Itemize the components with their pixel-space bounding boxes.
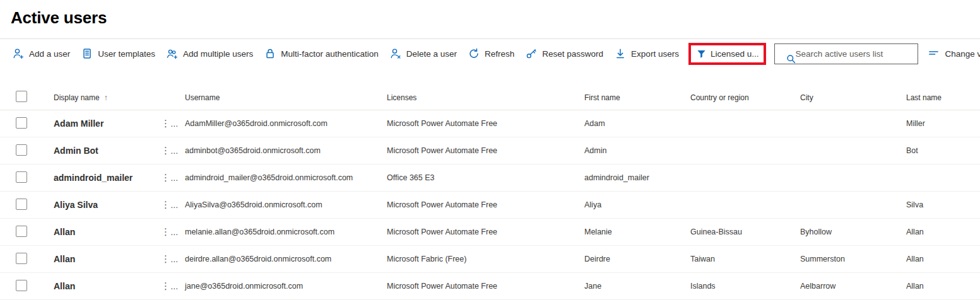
user-username: melanie.allan@o365droid.onmicrosoft.com xyxy=(180,228,382,236)
table-row[interactable]: admindroid_mailer ⋮ admindroid_mailer@o3… xyxy=(0,164,980,192)
user-first-name: Aliya xyxy=(579,200,685,209)
user-username: adminbot@o365droid.onmicrosoft.com xyxy=(180,146,382,155)
table-row[interactable]: Allan ⋮ jane@o365droid.onmicrosoft.com M… xyxy=(0,273,980,300)
column-header-last-name[interactable]: Last name xyxy=(901,93,980,102)
column-header-first-name[interactable]: First name xyxy=(579,93,685,102)
table-row[interactable]: Adam Miller ⋮ AdamMiller@o365droid.onmic… xyxy=(0,110,980,137)
user-last-name: Miller xyxy=(901,119,980,128)
user-licenses: Office 365 E3 xyxy=(382,173,579,182)
column-header-city[interactable]: City xyxy=(795,93,901,102)
user-username: AdamMiller@o365droid.onmicrosoft.com xyxy=(180,119,382,128)
user-city: Summerston xyxy=(795,255,901,263)
user-city: Byhollow xyxy=(795,228,901,236)
page-title: Active users xyxy=(0,0,980,28)
select-row-checkbox[interactable] xyxy=(16,253,27,264)
user-licenses: Microsoft Power Automate Free xyxy=(382,282,579,291)
user-country: Islands xyxy=(685,282,795,291)
table-row[interactable]: Aliya Silva ⋮ AliyaSilva@o365droid.onmic… xyxy=(0,192,980,219)
multi-factor-authentication-label: Multi-factor authentication xyxy=(281,49,379,59)
active-users-table: Display name↑ Username Licenses First na… xyxy=(0,85,980,300)
add-a-user-label: Add a user xyxy=(29,49,70,59)
select-all-checkbox[interactable] xyxy=(16,91,27,102)
export-users-label: Export users xyxy=(631,49,679,59)
user-display-name-link[interactable]: Allan xyxy=(54,227,75,237)
row-actions-menu-icon[interactable]: ⋮ xyxy=(157,254,174,264)
row-actions-menu-icon[interactable]: ⋮ xyxy=(157,173,174,183)
user-first-name: admindroid_mailer xyxy=(579,173,685,182)
document-list-icon xyxy=(81,47,93,60)
table-row[interactable]: Admin Bot ⋮ adminbot@o365droid.onmicroso… xyxy=(0,137,980,164)
user-last-name: Silva xyxy=(901,200,980,209)
user-display-name-link[interactable]: Allan xyxy=(54,254,75,264)
user-display-name-link[interactable]: admindroid_mailer xyxy=(54,173,133,183)
sort-ascending-icon: ↑ xyxy=(104,93,108,102)
change-view-button[interactable]: Change view xyxy=(926,45,980,62)
row-actions-menu-icon[interactable]: ⋮ xyxy=(157,281,174,291)
people-add-icon xyxy=(166,47,179,60)
row-actions-menu-icon[interactable]: ⋮ xyxy=(157,146,174,156)
select-row-checkbox[interactable] xyxy=(16,171,27,183)
column-header-licenses[interactable]: Licenses xyxy=(382,93,579,102)
column-header-country[interactable]: Country or region xyxy=(685,93,795,102)
refresh-icon xyxy=(468,47,480,60)
change-view-label: Change view xyxy=(945,49,980,59)
user-licenses: Microsoft Power Automate Free xyxy=(382,200,579,209)
toolbar-button-delete-a-user[interactable]: Delete a user xyxy=(388,45,458,62)
search-box xyxy=(774,43,918,64)
reset-password-label: Reset password xyxy=(542,49,603,59)
row-actions-menu-icon[interactable]: ⋮ xyxy=(157,227,174,237)
delete-a-user-label: Delete a user xyxy=(406,49,457,59)
lock-icon xyxy=(264,47,276,60)
user-city: Aelbarrow xyxy=(795,282,901,291)
select-row-checkbox[interactable] xyxy=(16,280,27,291)
table-row[interactable]: Allan ⋮ melanie.allan@o365droid.onmicros… xyxy=(0,219,980,246)
user-display-name-link[interactable]: Allan xyxy=(54,281,75,291)
filter-licensed-users-button[interactable]: Licensed u... xyxy=(691,45,764,62)
filter-icon xyxy=(696,49,707,59)
key-icon xyxy=(525,47,538,60)
person-add-icon xyxy=(12,47,25,60)
column-header-display-name[interactable]: Display name xyxy=(54,93,100,102)
user-last-name: Allan xyxy=(901,282,980,291)
user-username: jane@o365droid.onmicrosoft.com xyxy=(180,282,382,291)
user-first-name: Adam xyxy=(579,119,685,128)
select-row-checkbox[interactable] xyxy=(16,199,27,210)
actions-toolbar: Add a user User templates Add multiple u… xyxy=(0,39,980,68)
user-last-name: Allan xyxy=(901,255,980,263)
user-username: admindroid_mailer@o365droid.onmicrosoft.… xyxy=(180,173,382,182)
user-display-name-link[interactable]: Admin Bot xyxy=(54,146,98,156)
user-first-name: Melanie xyxy=(579,228,685,236)
column-header-username[interactable]: Username xyxy=(180,93,382,102)
refresh-label: Refresh xyxy=(485,49,514,59)
user-first-name: Admin xyxy=(579,146,685,155)
toolbar-button-multi-factor-authentication[interactable]: Multi-factor authentication xyxy=(263,45,380,62)
user-licenses: Microsoft Power Automate Free xyxy=(382,119,579,128)
add-multiple-users-label: Add multiple users xyxy=(183,49,253,59)
person-delete-icon xyxy=(389,47,402,60)
user-last-name: Allan xyxy=(901,228,980,236)
toolbar-button-add-a-user[interactable]: Add a user xyxy=(11,45,71,62)
user-country: Guinea-Bissau xyxy=(685,228,795,236)
toolbar-button-reset-password[interactable]: Reset password xyxy=(524,45,605,62)
select-row-checkbox[interactable] xyxy=(16,117,27,129)
user-templates-label: User templates xyxy=(98,49,155,59)
select-row-checkbox[interactable] xyxy=(16,144,27,156)
toolbar-button-user-templates[interactable]: User templates xyxy=(80,45,156,62)
toolbar-button-export-users[interactable]: Export users xyxy=(613,45,680,62)
row-actions-menu-icon[interactable]: ⋮ xyxy=(157,200,174,210)
download-icon xyxy=(614,47,627,60)
select-row-checkbox[interactable] xyxy=(16,226,27,237)
table-row[interactable]: Allan ⋮ deirdre.allan@o365droid.onmicros… xyxy=(0,246,980,273)
user-country: Taiwan xyxy=(685,255,795,263)
user-display-name-link[interactable]: Adam Miller xyxy=(54,118,103,129)
highlight-annotation-box: Licensed u... xyxy=(688,43,767,65)
toolbar-button-refresh[interactable]: Refresh xyxy=(466,45,516,62)
user-username: AliyaSilva@o365droid.onmicrosoft.com xyxy=(180,200,382,209)
change-view-icon xyxy=(928,47,940,60)
toolbar-button-add-multiple-users[interactable]: Add multiple users xyxy=(165,45,254,62)
filter-button-label: Licensed u... xyxy=(711,49,759,59)
user-licenses: Microsoft Power Automate Free xyxy=(382,146,579,155)
user-display-name-link[interactable]: Aliya Silva xyxy=(54,200,98,210)
user-first-name: Jane xyxy=(579,282,685,291)
row-actions-menu-icon[interactable]: ⋮ xyxy=(157,118,174,129)
